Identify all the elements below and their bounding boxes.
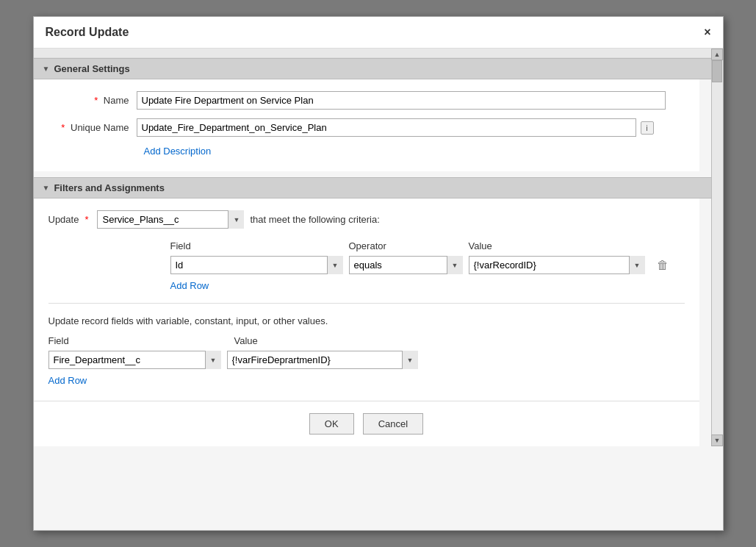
- name-required-star: *: [94, 95, 98, 106]
- assignment-field-select[interactable]: Fire_Department__c: [48, 351, 221, 369]
- modal-title: Record Update: [46, 26, 129, 39]
- top-hint-area: [34, 49, 711, 58]
- update-required-star: *: [84, 214, 88, 225]
- filter-field-select[interactable]: Id: [170, 256, 343, 274]
- scroll-down-button[interactable]: ▼: [711, 435, 723, 446]
- scroll-track: [712, 60, 723, 435]
- name-input[interactable]: [137, 91, 666, 110]
- assignment-row-1: Fire_Department__c ▼ {!varFireDeprartmen…: [48, 351, 685, 369]
- scroll-up-button[interactable]: ▲: [711, 49, 723, 60]
- criteria-text: that meet the following criteria:: [250, 214, 379, 225]
- filters-triangle[interactable]: ▼: [43, 184, 50, 192]
- filters-header: ▼ Filters and Assignments: [34, 177, 711, 199]
- update-label: Update: [48, 214, 79, 225]
- add-description-row: Add Description: [48, 146, 685, 157]
- assignment-value-select-wrapper: {!varFireDeprartmenID} ▼: [227, 351, 418, 369]
- info-icon[interactable]: i: [641, 121, 654, 135]
- filter-delete-icon[interactable]: 🗑: [657, 259, 669, 272]
- filters-label: Filters and Assignments: [54, 182, 165, 193]
- operator-header: Operator: [349, 240, 463, 251]
- filter-value-select[interactable]: {!varRecordID}: [469, 256, 645, 274]
- filter-operator-select-wrapper: equals ▼: [349, 256, 463, 274]
- unique-name-label: * Unique Name: [48, 122, 137, 133]
- field-header: Field: [170, 240, 343, 251]
- modal-footer: OK Cancel: [34, 401, 699, 446]
- modal-close-button[interactable]: ×: [704, 26, 710, 39]
- general-settings-body: * Name * Unique Name i: [34, 79, 699, 171]
- section-divider: [48, 303, 685, 304]
- general-settings-label: General Settings: [54, 63, 129, 74]
- update-fields-text: Update record fields with variable, cons…: [48, 315, 685, 326]
- assignment-value-header: Value: [234, 335, 425, 346]
- filter-operator-select[interactable]: equals: [349, 256, 463, 274]
- filters-body: Update * Service_Plans__c ▼ that meet th…: [34, 199, 699, 401]
- filter-row-1: Id ▼ equals ▼ {!varRecordID}: [170, 256, 685, 274]
- assignment-field-header: Field: [48, 335, 228, 346]
- assignment-col-headers: Field Value: [48, 335, 685, 346]
- name-label: * Name: [48, 95, 137, 106]
- assignment-value-select[interactable]: {!varFireDeprartmenID}: [227, 351, 418, 369]
- record-update-modal: Record Update × ▼ General Settings *: [33, 16, 724, 531]
- general-settings-header: ▼ General Settings: [34, 58, 711, 79]
- modal-overlay: Record Update × ▼ General Settings *: [0, 0, 756, 547]
- modal-header: Record Update ×: [34, 17, 723, 49]
- assignment-field-select-wrapper: Fire_Department__c ▼: [48, 351, 221, 369]
- general-settings-triangle[interactable]: ▼: [43, 65, 50, 73]
- scrollbar: ▲ ▼: [711, 49, 723, 446]
- filter-add-row-link[interactable]: Add Row: [170, 280, 685, 291]
- update-object-row: Update * Service_Plans__c ▼ that meet th…: [48, 210, 685, 229]
- assignment-add-row-link[interactable]: Add Row: [48, 375, 685, 386]
- unique-name-required-star: *: [61, 122, 65, 133]
- cancel-button[interactable]: Cancel: [363, 413, 423, 435]
- filter-field-select-wrapper: Id ▼: [170, 256, 343, 274]
- update-object-select[interactable]: Service_Plans__c: [97, 210, 244, 229]
- unique-name-row: * Unique Name i: [48, 118, 685, 137]
- value-header: Value: [469, 240, 645, 251]
- ok-button[interactable]: OK: [309, 413, 354, 435]
- filter-col-headers: Field Operator Value: [170, 240, 685, 251]
- scroll-thumb[interactable]: [712, 60, 722, 82]
- filter-value-select-wrapper: {!varRecordID} ▼: [469, 256, 645, 274]
- name-row: * Name: [48, 91, 685, 110]
- update-object-select-wrapper: Service_Plans__c ▼: [97, 210, 244, 229]
- add-description-link[interactable]: Add Description: [144, 146, 212, 157]
- unique-name-input[interactable]: [137, 118, 636, 137]
